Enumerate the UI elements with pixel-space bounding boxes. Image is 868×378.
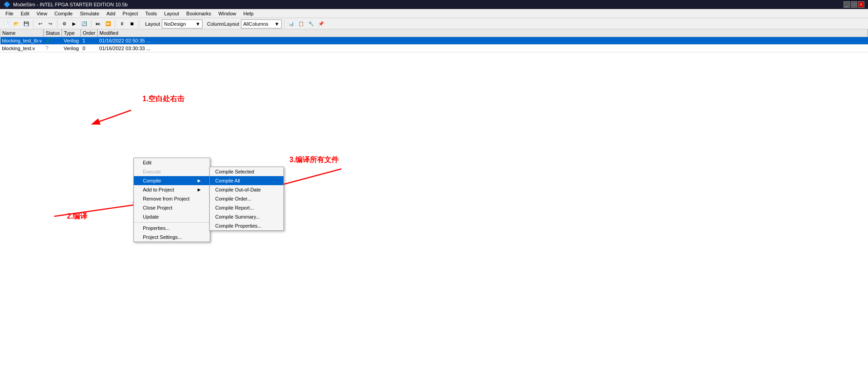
ctx-update[interactable]: Update — [134, 212, 210, 221]
menu-simulate[interactable]: Simulate — [76, 10, 103, 17]
ctx-separator — [134, 222, 210, 223]
row-status: ? — [44, 45, 62, 52]
toolbar-simulate[interactable]: ▶ — [70, 19, 79, 28]
toolbar-sep-2 — [57, 20, 57, 28]
minimize-button[interactable]: _ — [844, 1, 850, 8]
row-type: Verilog — [62, 45, 81, 52]
submenu-compile-properties[interactable]: Compile Properties... — [210, 221, 283, 230]
toolbar-open[interactable]: 📂 — [12, 19, 21, 28]
svg-line-3 — [54, 205, 133, 216]
menu-tools[interactable]: Tools — [142, 10, 160, 17]
toolbar-stop[interactable]: ⏹ — [127, 19, 137, 28]
toolbar-undo[interactable]: ↩ — [36, 19, 45, 28]
ctx-edit[interactable]: Edit — [134, 158, 210, 167]
toolbar-misc-1[interactable]: 📊 — [287, 19, 296, 28]
row-type: Verilog — [62, 37, 81, 45]
maximize-button[interactable]: □ — [851, 1, 857, 8]
ctx-remove-from-project-label: Remove from Project — [143, 196, 189, 201]
table-row[interactable]: blocking_test_tb.v ✓ Verilog 1 01/16/202… — [0, 37, 868, 45]
row-order: 0 — [80, 45, 97, 52]
toolbar-sep-4 — [115, 20, 115, 28]
column-layout-select[interactable]: AllColumns ▼ — [241, 19, 282, 28]
annotation-step3: 3.编译所有文件 — [289, 155, 339, 165]
ctx-execute: Execute — [134, 167, 210, 176]
ctx-compile-label: Compile — [143, 178, 161, 183]
col-modified[interactable]: Modified — [98, 29, 868, 37]
submenu-compile-summary[interactable]: Compile Summary... — [210, 212, 283, 221]
toolbar-compile[interactable]: ⚙ — [60, 19, 69, 28]
row-order: 1 — [80, 37, 97, 45]
toolbar-redo[interactable]: ↪ — [46, 19, 55, 28]
ctx-project-settings-label: Project Settings... — [143, 234, 182, 240]
row-name: blocking_test.v — [0, 45, 44, 52]
submenu-compile-out-of-date[interactable]: Compile Out-of-Date — [210, 185, 283, 194]
window-controls[interactable]: _ □ ✕ — [844, 1, 864, 8]
menu-bookmarks[interactable]: Bookmarks — [183, 10, 215, 17]
title-bar: 🔷 ModelSim - INTEL FPGA STARTER EDITION … — [0, 0, 868, 9]
row-modified: 01/16/2022 02:50:35 ... — [98, 37, 868, 45]
annotation-step1: 1.空白处右击 — [142, 94, 184, 104]
toolbar: 📄 📂 💾 ↩ ↪ ⚙ ▶ 🔄 ⏭ ⏩ ⏸ ⏹ Layout NoDesign … — [0, 18, 868, 30]
menu-add[interactable]: Add — [103, 10, 119, 17]
ctx-update-label: Update — [143, 214, 159, 219]
ctx-add-to-project[interactable]: Add to Project ▶ — [134, 185, 210, 194]
toolbar-step[interactable]: ⏭ — [94, 19, 103, 28]
context-menu: Edit Execute Compile ▶ Add to Project ▶ … — [133, 158, 210, 242]
toolbar-new[interactable]: 📄 — [2, 19, 11, 28]
toolbar-misc-4[interactable]: 📌 — [316, 19, 326, 28]
app-icon: 🔷 — [4, 1, 10, 8]
toolbar-sep-5 — [139, 20, 139, 28]
ctx-compile-arrow: ▶ — [198, 178, 201, 183]
toolbar-sep-3 — [91, 20, 91, 28]
menu-compile[interactable]: Compile — [51, 10, 76, 17]
submenu-compile-report[interactable]: Compile Report... — [210, 203, 283, 212]
col-order[interactable]: Order — [80, 29, 97, 37]
menu-view[interactable]: View — [33, 10, 51, 17]
toolbar-sep-6 — [284, 20, 284, 28]
ctx-add-to-project-arrow: ▶ — [198, 187, 201, 192]
menu-layout[interactable]: Layout — [160, 10, 183, 17]
submenu-compile-selected[interactable]: Compile Selected — [210, 167, 283, 176]
annotation-step2: 2.编译 — [67, 212, 87, 221]
menu-project[interactable]: Project — [119, 10, 142, 17]
table-row[interactable]: blocking_test.v ? Verilog 0 01/16/2022 0… — [0, 45, 868, 52]
layout-section: Layout NoDesign ▼ — [145, 19, 203, 28]
layout-dropdown-arrow: ▼ — [195, 21, 200, 27]
ctx-add-to-project-label: Add to Project — [143, 187, 174, 192]
toolbar-run[interactable]: ⏩ — [104, 19, 113, 28]
close-button[interactable]: ✕ — [858, 1, 864, 8]
toolbar-break[interactable]: ⏸ — [118, 19, 127, 28]
ctx-project-settings[interactable]: Project Settings... — [134, 233, 210, 242]
ctx-properties-label: Properties... — [143, 225, 170, 231]
toolbar-save[interactable]: 💾 — [22, 19, 31, 28]
ctx-execute-label: Execute — [143, 169, 161, 174]
col-status[interactable]: Status — [44, 29, 62, 37]
ctx-edit-label: Edit — [143, 160, 151, 165]
submenu-compile-order[interactable]: Compile Order... — [210, 194, 283, 203]
layout-select[interactable]: NoDesign ▼ — [162, 19, 203, 28]
col-name[interactable]: Name — [0, 29, 44, 37]
menu-window[interactable]: Window — [215, 10, 240, 17]
menu-help[interactable]: Help — [240, 10, 257, 17]
ctx-close-project[interactable]: Close Project — [134, 203, 210, 212]
project-table: Name Status Type Order Modified blocking… — [0, 29, 868, 52]
column-layout-label: ColumnLayout — [207, 21, 239, 27]
submenu-compile-all[interactable]: Compile All — [210, 176, 283, 185]
column-layout-dropdown-arrow: ▼ — [274, 21, 279, 27]
svg-line-1 — [99, 110, 131, 121]
ctx-compile[interactable]: Compile ▶ — [134, 176, 210, 185]
toolbar-restart[interactable]: 🔄 — [80, 19, 89, 28]
toolbar-misc-2[interactable]: 📋 — [297, 19, 306, 28]
arrow-step1 — [90, 92, 158, 128]
ctx-properties[interactable]: Properties... — [134, 224, 210, 233]
toolbar-misc-3[interactable]: 🔧 — [307, 19, 316, 28]
ctx-remove-from-project[interactable]: Remove from Project — [134, 194, 210, 203]
window-title: ModelSim - INTEL FPGA STARTER EDITION 10… — [13, 2, 127, 7]
layout-label: Layout — [145, 21, 160, 27]
row-status: ✓ — [44, 37, 62, 45]
menu-bar: File Edit View Compile Simulate Add Proj… — [0, 9, 868, 18]
toolbar-sep-1 — [33, 20, 33, 28]
menu-file[interactable]: File — [2, 10, 17, 17]
col-type[interactable]: Type — [62, 29, 81, 37]
menu-edit[interactable]: Edit — [17, 10, 33, 17]
